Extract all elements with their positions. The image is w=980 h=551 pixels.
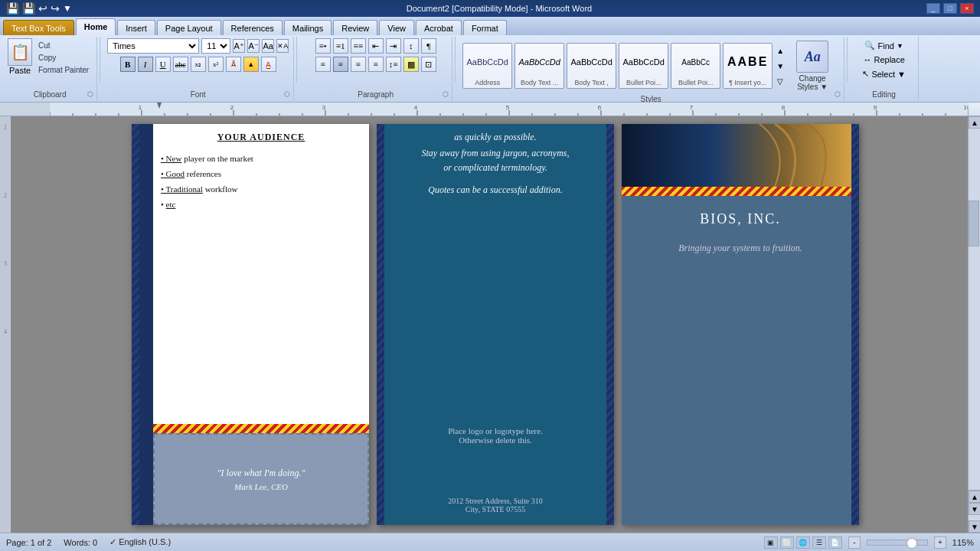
page1-bottom-stripe xyxy=(153,424,369,433)
page2-text1: as quickly as possible. xyxy=(392,132,599,143)
view-buttons: ▣ ⬜ 🌐 ☰ 📄 xyxy=(764,536,842,549)
find-button[interactable]: 🔍 Find ▼ xyxy=(861,38,906,53)
numbering-btn[interactable]: ≡1 xyxy=(333,38,348,54)
next-page-btn[interactable]: ▼ xyxy=(969,503,980,515)
tab-acrobat[interactable]: Acrobat xyxy=(416,20,462,35)
page1-bullet-4: • etc xyxy=(161,200,361,209)
web-layout-btn[interactable]: 🌐 xyxy=(796,536,810,549)
font-name-select[interactable]: Times xyxy=(107,38,199,54)
increase-indent-btn[interactable]: ⇥ xyxy=(386,38,401,54)
style-bullet1[interactable]: AaBbCcDd Bullet Poi... xyxy=(619,43,668,89)
cut-button[interactable]: Cut xyxy=(35,40,92,51)
style-bodytext1[interactable]: AaBbCcDd Body Text ... xyxy=(514,43,564,89)
bold-button[interactable]: B xyxy=(120,57,136,72)
change-case-btn[interactable]: Aa xyxy=(262,39,274,53)
page2-logo-area[interactable]: Place logo or logotype here. Otherwise d… xyxy=(384,426,606,445)
highlight-btn[interactable]: ▲ xyxy=(243,57,259,72)
replace-button[interactable]: ↔ Replace xyxy=(859,53,908,67)
prev-page-btn[interactable]: ▲ xyxy=(969,491,980,503)
clipboard-expand[interactable]: ⬡ xyxy=(86,90,95,99)
font-size-increase[interactable]: A⁺ xyxy=(233,39,245,53)
style-insert[interactable]: AABE ¶ Insert yo... xyxy=(723,43,773,89)
print-layout-btn[interactable]: ▣ xyxy=(764,536,778,549)
zoom-increase-btn[interactable]: + xyxy=(934,536,946,549)
svg-text:2: 2 xyxy=(230,104,234,111)
maximize-btn[interactable]: □ xyxy=(943,3,957,14)
tab-mailings[interactable]: Mailings xyxy=(284,20,332,35)
spell-check-icon: ✓ xyxy=(109,537,116,546)
zoom-slider[interactable] xyxy=(867,540,928,546)
style-address[interactable]: AaBbCcDd Address xyxy=(462,43,512,89)
tab-review[interactable]: Review xyxy=(333,20,377,35)
outline-btn[interactable]: ☰ xyxy=(812,536,826,549)
ruler-area[interactable]: 1 2 3 4 5 xyxy=(50,103,980,116)
document-area: 1 2 3 4 YOUR AUDIENCE • New player on th… xyxy=(0,116,980,533)
show-hide-btn[interactable]: ¶ xyxy=(421,38,436,54)
scroll-bottom-buttons[interactable]: ▲ ▼ xyxy=(969,490,980,520)
sort-btn[interactable]: ↕ xyxy=(403,38,419,54)
subscript-button[interactable]: x₂ xyxy=(191,57,206,72)
minimize-btn[interactable]: _ xyxy=(926,3,940,14)
bullets-btn[interactable]: ≡• xyxy=(315,38,331,54)
multilevel-list-btn[interactable]: ≡≡ xyxy=(351,38,366,54)
styles-scroll[interactable]: ▲ ▼ ▽ xyxy=(775,43,786,89)
language-indicator[interactable]: ✓ English (U.S.) xyxy=(109,537,171,547)
decrease-indent-btn[interactable]: ⇤ xyxy=(368,38,384,54)
zoom-decrease-btn[interactable]: - xyxy=(848,536,861,549)
style-bodytext2[interactable]: AaBbCcDd Body Text , xyxy=(567,43,616,89)
font-size-select[interactable]: 11 xyxy=(201,38,230,54)
page2-address-area: 2012 Street Address, Suite 310 City, STA… xyxy=(384,497,606,514)
justify-btn[interactable]: ≡ xyxy=(368,57,384,72)
page1-quote-box[interactable]: "I love what I'm doing." Mark Lee, CEO xyxy=(153,433,369,525)
tab-view[interactable]: View xyxy=(379,20,414,35)
scroll-thumb[interactable] xyxy=(969,201,979,246)
find-label: Find xyxy=(877,41,893,51)
tab-pagelayout[interactable]: Page Layout xyxy=(157,20,221,35)
scroll-track[interactable] xyxy=(969,129,980,490)
shading-btn[interactable]: ▩ xyxy=(403,57,419,72)
paragraph-group: ≡• ≡1 ≡≡ ⇤ ⇥ ↕ ¶ ≡ ≡ ≡ ≡ ↕≡ ▩ ⊡ Paragrap… xyxy=(299,37,452,100)
tab-home[interactable]: Home xyxy=(76,18,116,35)
styles-expand[interactable]: ⬡ xyxy=(833,90,842,99)
draft-btn[interactable]: 📄 xyxy=(828,536,842,549)
underline-button[interactable]: U xyxy=(155,57,171,72)
align-left-btn[interactable]: ≡ xyxy=(315,57,331,72)
editing-group: 🔍 Find ▼ ↔ Replace ↖ Select ▼ Editing xyxy=(850,37,919,100)
clear-format-btn[interactable]: ✕A xyxy=(276,39,289,53)
paste-button[interactable]: 📋 Paste xyxy=(8,38,32,75)
zoom-level[interactable]: 115% xyxy=(952,538,974,547)
superscript-button[interactable]: x² xyxy=(208,57,224,72)
zoom-thumb[interactable] xyxy=(906,538,917,549)
tab-insert[interactable]: Insert xyxy=(117,20,155,35)
strikethrough-button[interactable]: abc xyxy=(173,57,188,72)
tab-textboxtools[interactable]: Text Box Tools xyxy=(3,20,74,35)
page3-company-area: BIOS, INC. xyxy=(622,196,859,235)
font-color-btn[interactable]: A̲ xyxy=(261,57,276,72)
close-btn[interactable]: × xyxy=(960,3,974,14)
scroll-down-btn[interactable]: ▼ xyxy=(969,520,980,533)
change-styles-button[interactable]: Aa ChangeStyles ▼ xyxy=(786,38,839,93)
copy-button[interactable]: Copy xyxy=(35,52,92,64)
borders-btn[interactable]: ⊡ xyxy=(421,57,436,72)
scroll-up-btn[interactable]: ▲ xyxy=(969,116,980,129)
align-right-btn[interactable]: ≡ xyxy=(351,57,366,72)
italic-button[interactable]: I xyxy=(138,57,153,72)
font-expand[interactable]: ⬡ xyxy=(283,90,292,99)
replace-label: Replace xyxy=(874,55,904,64)
page3-stripe xyxy=(622,187,851,196)
title-bar: 💾 💾 ↩ ↪ ▼ Document2 [Compatibility Mode]… xyxy=(0,0,980,17)
align-center-btn[interactable]: ≡ xyxy=(333,57,348,72)
tab-references[interactable]: References xyxy=(223,20,283,35)
select-button[interactable]: ↖ Select ▼ xyxy=(858,67,910,81)
line-spacing-btn[interactable]: ↕≡ xyxy=(386,57,401,72)
text-effects-btn[interactable]: A⃗ xyxy=(226,57,241,72)
vertical-scrollbar[interactable]: ▲ ▲ ▼ ▼ xyxy=(968,116,980,533)
page1-content: YOUR AUDIENCE • New player on the market… xyxy=(153,124,369,315)
font-size-decrease[interactable]: A⁻ xyxy=(247,39,260,53)
format-painter-button[interactable]: Format Painter xyxy=(35,64,92,76)
style-bullet2[interactable]: AaBbCc Bullet Poi... xyxy=(671,43,720,89)
full-screen-btn[interactable]: ⬜ xyxy=(780,536,794,549)
page1-bullet-3: • Traditional workflow xyxy=(161,184,361,194)
tab-format[interactable]: Format xyxy=(463,20,507,35)
paragraph-expand[interactable]: ⬡ xyxy=(441,90,450,99)
